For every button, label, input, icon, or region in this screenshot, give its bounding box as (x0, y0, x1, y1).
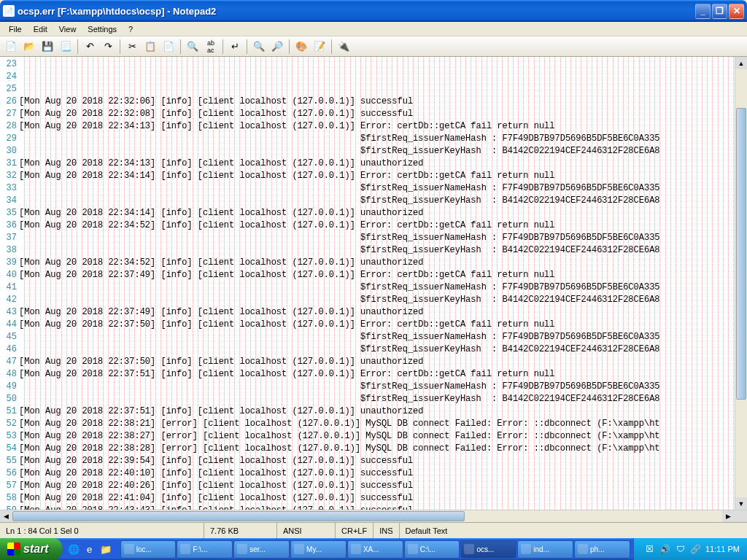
menu-edit[interactable]: Edit (28, 23, 53, 35)
find-icon[interactable]: 🔍 (185, 39, 201, 55)
exit-icon[interactable]: 🔌 (336, 39, 352, 55)
task-ind[interactable]: ind... (517, 540, 573, 559)
replace-icon[interactable]: abac (203, 39, 219, 55)
code-line[interactable]: [Mon Aug 20 2018 22:41:04] [info] [clien… (19, 492, 735, 505)
toolbar-separator (77, 39, 78, 54)
close-button[interactable]: ✕ (729, 4, 744, 19)
tray-shield-icon[interactable]: 🛡 (675, 543, 686, 555)
task-loc[interactable]: loc... (120, 540, 177, 559)
code-line[interactable]: $firstReq_issuerNameHash : F7F49DB7B97D5… (19, 331, 735, 343)
task-explorer[interactable]: F:\... (177, 540, 233, 559)
code-line[interactable]: [Mon Aug 20 2018 22:38:21] [error] [clie… (19, 418, 735, 430)
code-line[interactable]: $firstReq_issuerKeyHash : B4142C022194CE… (19, 244, 735, 257)
code-line[interactable]: [Mon Aug 20 2018 22:40:10] [info] [clien… (19, 467, 735, 480)
code-line[interactable]: $firstReq_issuerKeyHash : B4142C022194CE… (19, 343, 735, 356)
tray-xampp-icon[interactable]: ☒ (644, 543, 656, 555)
code-line[interactable]: [Mon Aug 20 2018 22:38:28] [error] [clie… (19, 443, 735, 455)
menu-help[interactable]: ? (123, 23, 139, 35)
code-line[interactable]: [Mon Aug 20 2018 22:40:26] [info] [clien… (19, 480, 735, 492)
code-line[interactable]: [Mon Aug 20 2018 22:34:14] [info] [clien… (19, 207, 735, 219)
line-number: 56 (0, 467, 17, 480)
code-line[interactable]: [Mon Aug 20 2018 22:37:50] [info] [clien… (19, 319, 735, 331)
task-xa[interactable]: XA... (347, 540, 403, 559)
code-line[interactable]: [Mon Aug 20 2018 22:39:54] [info] [clien… (19, 455, 735, 467)
task-icon (294, 544, 304, 554)
code-line[interactable]: [Mon Aug 20 2018 22:34:13] [info] [clien… (19, 158, 735, 170)
menu-view[interactable]: View (53, 23, 82, 35)
taskbar-clock[interactable]: 11:11 PM (705, 545, 740, 553)
ql-explorer-icon[interactable]: 📁 (98, 541, 113, 557)
code-line[interactable]: $firstReq_issuerKeyHash : B4142C022194CE… (19, 294, 735, 306)
line-number: 50 (0, 393, 17, 405)
vertical-scroll-thumb[interactable] (736, 108, 746, 400)
code-line[interactable]: $firstReq_issuerNameHash : F7F49DB7B97D5… (19, 232, 735, 244)
task-label: ph... (590, 545, 604, 553)
scroll-left-icon[interactable]: ◀ (0, 510, 12, 522)
code-line[interactable]: [Mon Aug 20 2018 22:43:43] [info] [clien… (19, 505, 735, 510)
code-line[interactable]: $firstReq_issuerNameHash : F7F49DB7B97D5… (19, 281, 735, 294)
start-button[interactable]: start (0, 538, 62, 560)
wordwrap-icon[interactable]: ↵ (227, 39, 243, 55)
task-icon (521, 544, 531, 554)
line-number: 42 (0, 294, 17, 306)
horizontal-scrollbar[interactable]: ◀ ▶ (0, 510, 747, 522)
save-icon[interactable]: 💾 (39, 39, 55, 55)
customize-icon[interactable]: 📝 (311, 39, 328, 55)
scroll-down-icon[interactable]: ▼ (735, 497, 747, 510)
open-icon[interactable]: 📂 (21, 39, 37, 55)
line-number: 54 (0, 443, 17, 455)
code-line[interactable]: [Mon Aug 20 2018 22:32:08] [info] [clien… (19, 108, 735, 120)
code-line[interactable]: [Mon Aug 20 2018 22:34:52] [info] [clien… (19, 219, 735, 232)
code-line[interactable]: [Mon Aug 20 2018 22:37:51] [info] [clien… (19, 368, 735, 381)
revert-icon[interactable]: 📃 (58, 39, 74, 55)
paste-icon[interactable]: 📄 (160, 39, 177, 55)
ql-chrome-icon[interactable]: 🌐 (66, 541, 81, 557)
code-line[interactable]: $firstReq_issuerNameHash : F7F49DB7B97D5… (19, 182, 735, 195)
code-line[interactable]: $firstReq_issuerKeyHash : B4142C022194CE… (19, 195, 735, 207)
status-position: Ln 1 : 84 Col 1 Sel 0 (0, 523, 204, 538)
code-line[interactable]: $firstReq_issuerNameHash : F7F49DB7B97D5… (19, 381, 735, 393)
new-icon[interactable]: 📄 (3, 39, 19, 55)
redo-icon[interactable]: ↷ (100, 39, 116, 55)
code-line[interactable]: [Mon Aug 20 2018 22:32:06] [info] [clien… (19, 96, 735, 108)
maximize-button[interactable]: ❐ (712, 4, 727, 19)
window-titlebar[interactable]: 📄 ocsp.err [F:\xampp\htdocs\ocsp] - Note… (0, 0, 747, 22)
task-ocs[interactable]: ocs... (460, 540, 516, 559)
scheme-icon[interactable]: 🎨 (293, 39, 309, 55)
code-line[interactable]: [Mon Aug 20 2018 22:38:27] [error] [clie… (19, 430, 735, 443)
menu-settings[interactable]: Settings (82, 23, 123, 35)
copy-icon[interactable]: 📋 (142, 39, 158, 55)
code-line[interactable]: [Mon Aug 20 2018 22:37:49] [info] [clien… (19, 306, 735, 319)
cut-icon[interactable]: ✂ (124, 39, 140, 55)
zoomin-icon[interactable]: 🔍 (251, 39, 267, 55)
task-ser[interactable]: ser... (233, 540, 290, 559)
toolbar-separator (247, 39, 247, 54)
vertical-scrollbar[interactable]: ▲ ▼ (735, 57, 747, 510)
scroll-right-icon[interactable]: ▶ (722, 510, 735, 522)
line-number: 39 (0, 257, 17, 269)
code-line[interactable]: [Mon Aug 20 2018 22:37:51] [info] [clien… (19, 405, 735, 418)
status-eol: CR+LF (336, 523, 374, 538)
code-line[interactable]: $firstReq_issuerKeyHash : B4142C022194CE… (19, 393, 735, 405)
ql-ie-icon[interactable]: e (82, 541, 97, 557)
code-line[interactable]: $firstReq_issuerNameHash : F7F49DB7B97D5… (19, 133, 735, 145)
code-line[interactable]: [Mon Aug 20 2018 22:37:50] [info] [clien… (19, 356, 735, 368)
zoomout-icon[interactable]: 🔎 (269, 39, 285, 55)
code-line[interactable]: [Mon Aug 20 2018 22:34:13] [info] [clien… (19, 120, 735, 133)
code-line[interactable]: [Mon Aug 20 2018 22:37:49] [info] [clien… (19, 269, 735, 281)
task-cmd[interactable]: C:\... (404, 540, 460, 559)
line-number: 28 (0, 120, 17, 133)
scroll-up-icon[interactable]: ▲ (735, 57, 747, 69)
undo-icon[interactable]: ↶ (82, 39, 98, 55)
horizontal-scroll-thumb[interactable] (12, 511, 465, 521)
code-line[interactable]: [Mon Aug 20 2018 22:34:14] [info] [clien… (19, 170, 735, 182)
code-content[interactable]: [Mon Aug 20 2018 22:32:06] [info] [clien… (19, 57, 735, 510)
minimize-button[interactable]: _ (695, 4, 711, 19)
task-ph[interactable]: ph... (574, 540, 630, 559)
tray-volume-icon[interactable]: 🔊 (659, 543, 671, 555)
code-line[interactable]: $firstReq_issuerKeyHash : B4142C022194CE… (19, 145, 735, 158)
tray-network-icon[interactable]: 🔗 (690, 543, 702, 555)
task-my[interactable]: My... (290, 540, 347, 559)
code-line[interactable]: [Mon Aug 20 2018 22:34:52] [info] [clien… (19, 257, 735, 269)
menu-file[interactable]: File (3, 23, 28, 35)
